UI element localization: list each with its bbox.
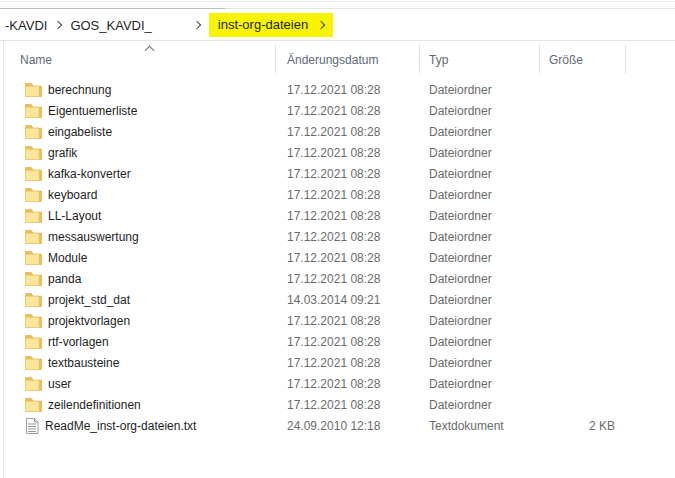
text-file-icon — [25, 418, 39, 434]
file-modified-date: 17.12.2021 08:28 — [275, 335, 419, 349]
folder-icon — [25, 166, 42, 181]
column-divider[interactable] — [419, 45, 420, 73]
file-type: Dateiordner — [419, 83, 539, 97]
file-name: kafka-konverter — [48, 167, 131, 181]
file-type: Dateiordner — [419, 272, 539, 286]
chevron-right-icon[interactable] — [54, 21, 62, 29]
folder-icon — [25, 397, 42, 412]
folder-row[interactable]: kafka-konverter 17.12.2021 08:28 Dateior… — [4, 163, 675, 184]
file-type: Dateiordner — [419, 230, 539, 244]
file-modified-date: 17.12.2021 08:28 — [275, 356, 419, 370]
folder-icon — [25, 124, 42, 139]
file-modified-date: 17.12.2021 08:28 — [275, 83, 419, 97]
file-name: messauswertung — [48, 230, 139, 244]
folder-row[interactable]: eingabeliste 17.12.2021 08:28 Dateiordne… — [4, 121, 675, 142]
folder-icon — [25, 145, 42, 160]
chevron-right-icon[interactable] — [193, 21, 201, 29]
file-name: grafik — [48, 146, 77, 160]
file-type: Dateiordner — [419, 356, 539, 370]
file-size: 2 KB — [539, 419, 625, 433]
file-type: Dateiordner — [419, 209, 539, 223]
folder-row[interactable]: projekt_std_dat 14.03.2014 09:21 Dateior… — [4, 289, 675, 310]
folder-row[interactable]: LL-Layout 17.12.2021 08:28 Dateiordner — [4, 205, 675, 226]
folder-icon — [25, 208, 42, 223]
file-type: Dateiordner — [419, 167, 539, 181]
breadcrumb-item-label: inst-org-dateien — [218, 17, 308, 32]
file-type: Dateiordner — [419, 188, 539, 202]
folder-row[interactable]: grafik 17.12.2021 08:28 Dateiordner — [4, 142, 675, 163]
column-header-label: Änderungsdatum — [287, 53, 378, 67]
chevron-right-icon[interactable] — [317, 20, 325, 28]
column-divider[interactable] — [625, 45, 626, 73]
column-header-label: Typ — [429, 53, 448, 67]
folder-row[interactable]: rtf-vorlagen 17.12.2021 08:28 Dateiordne… — [4, 331, 675, 352]
file-name: eingabeliste — [48, 125, 112, 139]
folder-icon — [25, 229, 42, 244]
folder-row[interactable]: zeilendefinitionen 17.12.2021 08:28 Date… — [4, 394, 675, 415]
column-header-name[interactable]: Name — [4, 41, 275, 78]
explorer-window: -KAVDI GOS_KAVDI_ inst-org-dateien Name … — [0, 0, 675, 478]
breadcrumb-item-kavdi[interactable]: -KAVDI — [5, 18, 47, 33]
file-name: berechnung — [48, 83, 111, 97]
folder-icon — [25, 313, 42, 328]
file-type: Dateiordner — [419, 104, 539, 118]
file-name: projektvorlagen — [48, 314, 130, 328]
file-row[interactable]: ReadMe_inst-org-dateien.txt 24.09.2010 1… — [4, 415, 675, 436]
file-name: rtf-vorlagen — [48, 335, 109, 349]
file-type: Dateiordner — [419, 377, 539, 391]
folder-icon — [25, 271, 42, 286]
file-modified-date: 17.12.2021 08:28 — [275, 125, 419, 139]
file-modified-date: 17.12.2021 08:28 — [275, 314, 419, 328]
file-type: Dateiordner — [419, 335, 539, 349]
folder-row[interactable]: Module 17.12.2021 08:28 Dateiordner — [4, 247, 675, 268]
file-modified-date: 17.12.2021 08:28 — [275, 188, 419, 202]
folder-row[interactable]: user 17.12.2021 08:28 Dateiordner — [4, 373, 675, 394]
file-name: Module — [48, 251, 87, 265]
file-type: Dateiordner — [419, 293, 539, 307]
column-divider[interactable] — [539, 45, 540, 73]
file-list: berechnung 17.12.2021 08:28 Dateiordner — [4, 79, 675, 436]
folder-row[interactable]: messauswertung 17.12.2021 08:28 Dateiord… — [4, 226, 675, 247]
folder-icon — [25, 250, 42, 265]
file-type: Dateiordner — [419, 125, 539, 139]
file-modified-date: 17.12.2021 08:28 — [275, 272, 419, 286]
folder-row[interactable]: panda 17.12.2021 08:28 Dateiordner — [4, 268, 675, 289]
folder-row[interactable]: textbausteine 17.12.2021 08:28 Dateiordn… — [4, 352, 675, 373]
folder-icon — [25, 103, 42, 118]
file-name: panda — [48, 272, 81, 286]
folder-icon — [25, 187, 42, 202]
column-header-label: Größe — [549, 53, 583, 67]
file-type: Dateiordner — [419, 398, 539, 412]
column-divider[interactable] — [275, 45, 276, 73]
file-type: Dateiordner — [419, 251, 539, 265]
folder-icon — [25, 376, 42, 391]
file-name: projekt_std_dat — [48, 293, 130, 307]
column-header-size[interactable]: Größe — [539, 41, 625, 78]
folder-icon — [25, 82, 42, 97]
file-modified-date: 17.12.2021 08:28 — [275, 167, 419, 181]
column-header-type[interactable]: Typ — [419, 41, 539, 78]
file-name: zeilendefinitionen — [48, 398, 141, 412]
file-modified-date: 17.12.2021 08:28 — [275, 230, 419, 244]
file-modified-date: 17.12.2021 08:28 — [275, 104, 419, 118]
breadcrumb: -KAVDI GOS_KAVDI_ inst-org-dateien — [0, 10, 675, 40]
column-header-modified[interactable]: Änderungsdatum — [275, 41, 419, 78]
file-name: Eigentuemerliste — [48, 104, 137, 118]
file-type: Textdokument — [419, 419, 539, 433]
folder-row[interactable]: projektvorlagen 17.12.2021 08:28 Dateior… — [4, 310, 675, 331]
file-name: LL-Layout — [48, 209, 101, 223]
file-type: Dateiordner — [419, 314, 539, 328]
file-modified-date: 17.12.2021 08:28 — [275, 146, 419, 160]
folder-row[interactable]: berechnung 17.12.2021 08:28 Dateiordner — [4, 79, 675, 100]
breadcrumb-item-gos-kavdi[interactable]: GOS_KAVDI_ — [70, 18, 151, 33]
file-name: keyboard — [48, 188, 97, 202]
folder-row[interactable]: keyboard 17.12.2021 08:28 Dateiordner — [4, 184, 675, 205]
folder-row[interactable]: Eigentuemerliste 17.12.2021 08:28 Dateio… — [4, 100, 675, 121]
toolbar-divider-dark — [0, 8, 225, 9]
file-modified-date: 17.12.2021 08:28 — [275, 398, 419, 412]
file-name: textbausteine — [48, 356, 119, 370]
column-header-row: Name Änderungsdatum Typ Größe — [4, 41, 675, 78]
breadcrumb-item-inst-org-dateien-highlighted[interactable]: inst-org-dateien — [209, 13, 333, 37]
column-header-label: Name — [20, 53, 52, 67]
file-modified-date: 17.12.2021 08:28 — [275, 251, 419, 265]
